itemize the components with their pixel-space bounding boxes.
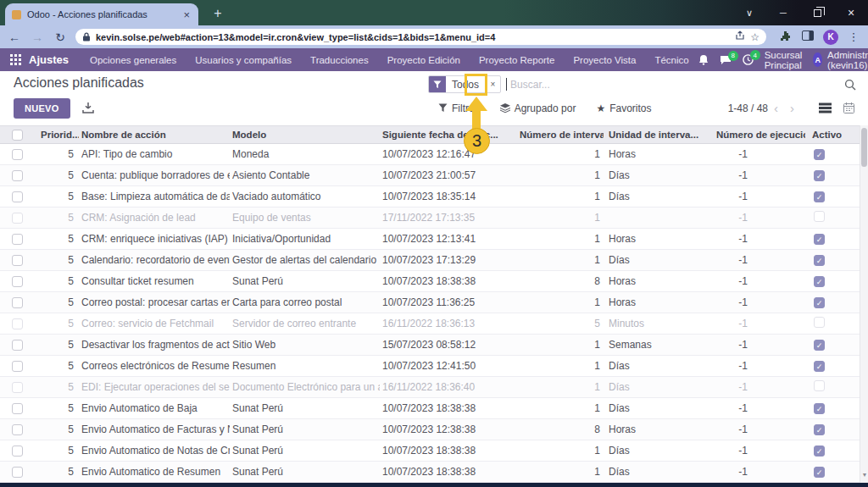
active-checkbox[interactable]: ✓ [814, 191, 825, 202]
row-checkbox[interactable] [12, 213, 23, 224]
table-row[interactable]: 5 EDI: Ejecutar operaciones del servicio… [0, 377, 860, 398]
company-switcher[interactable]: Sucursal Principal [765, 50, 803, 70]
table-row[interactable]: 5 Desactivar los fragmentos de activos .… [0, 335, 860, 356]
active-checkbox[interactable]: ✓ [814, 234, 825, 245]
browser-profile-avatar[interactable]: K [823, 30, 838, 45]
active-checkbox[interactable]: ✓ [814, 149, 825, 160]
scrollbar-down-icon[interactable]: ▼ [860, 472, 868, 478]
scrollbar-thumb[interactable] [861, 128, 867, 167]
table-row[interactable]: 5 Calendario: recordatorio de evento Ges… [0, 250, 860, 271]
active-checkbox[interactable]: ✓ [814, 276, 825, 287]
table-row[interactable]: 5 CRM: enriquece iniciativas (IAP) Inici… [0, 229, 860, 250]
menu-item[interactable]: Proyecto Vista [564, 55, 645, 65]
new-tab-button[interactable]: + [208, 4, 228, 23]
row-checkbox[interactable] [12, 361, 23, 372]
active-checkbox[interactable] [814, 380, 825, 391]
column-header[interactable]: Número de ejecucion... [710, 130, 805, 140]
table-row[interactable]: 5 Correo: servicio de Fetchmail Servidor… [0, 313, 860, 335]
menu-item[interactable]: Técnico [645, 55, 698, 65]
row-checkbox[interactable] [12, 424, 23, 435]
tab-search-icon[interactable]: ∨ [732, 0, 766, 25]
row-checkbox[interactable] [12, 403, 23, 414]
search-icon[interactable] [844, 79, 856, 91]
table-scrollbar[interactable]: ▼ [860, 125, 868, 483]
side-panel-icon[interactable] [800, 30, 815, 43]
table-row[interactable]: 5 Consultar ticket resumen Sunat Perú 10… [0, 271, 860, 292]
row-checkbox[interactable] [12, 191, 23, 202]
extensions-icon[interactable] [777, 30, 793, 44]
menu-item[interactable]: Usuarios y compañías [186, 55, 301, 65]
favorites-button[interactable]: ★ Favoritos [596, 102, 651, 114]
row-checkbox[interactable] [12, 382, 23, 393]
row-checkbox[interactable] [12, 318, 23, 329]
column-header[interactable]: Activo [805, 130, 860, 140]
close-window-icon[interactable]: × [834, 0, 868, 25]
row-checkbox[interactable] [12, 149, 23, 160]
active-checkbox[interactable]: ✓ [814, 361, 825, 372]
row-checkbox[interactable] [12, 276, 23, 287]
active-checkbox[interactable]: ✓ [814, 297, 825, 308]
active-checkbox[interactable]: ✓ [814, 255, 825, 266]
active-checkbox[interactable]: ✓ [814, 467, 825, 478]
menu-item[interactable]: Traducciones [301, 55, 378, 65]
table-row[interactable]: 5 Base: Limpieza automática de datos i..… [0, 186, 860, 208]
app-name[interactable]: Ajustes [29, 53, 69, 66]
group-by-button[interactable]: Agrupado por [500, 102, 576, 114]
table-row[interactable]: 5 Envio Automatico de Baja Sunat Perú 10… [0, 398, 860, 419]
active-checkbox[interactable]: ✓ [814, 424, 825, 435]
share-icon[interactable] [735, 30, 745, 43]
restore-icon[interactable] [800, 0, 834, 25]
apps-grid-icon[interactable] [10, 54, 21, 65]
table-row[interactable]: 5 Correo postal: procesar cartas en la c… [0, 292, 860, 313]
table-row[interactable]: 5 Correos electrónicos de Resumen Resume… [0, 356, 860, 377]
messages-icon[interactable]: 8 [720, 55, 732, 65]
export-icon[interactable] [82, 102, 94, 113]
back-icon[interactable]: ← [7, 30, 22, 44]
browser-tab[interactable]: Odoo - Acciones planificadas × [5, 3, 198, 25]
search-input[interactable]: Buscar... [510, 79, 844, 91]
bell-icon[interactable] [698, 54, 709, 65]
column-header[interactable]: Unidad de interva... [604, 130, 710, 140]
active-checkbox[interactable] [814, 317, 825, 328]
search-bar[interactable]: Todos × Buscar... [428, 75, 858, 94]
url-bar[interactable]: kevin.solse.pe/web#action=13&model=ir.cr… [75, 29, 766, 45]
pager-previous-icon[interactable]: ‹ [768, 101, 784, 115]
table-row[interactable]: 5 Envio Automatico de Resumen Sunat Perú… [0, 462, 860, 483]
active-checkbox[interactable]: ✓ [814, 170, 825, 181]
select-all-checkbox[interactable] [0, 130, 34, 141]
new-button[interactable]: NUEVO [14, 98, 70, 119]
row-checkbox[interactable] [12, 445, 23, 457]
column-header[interactable]: Número de intervalos [517, 130, 604, 140]
bookmark-star-icon[interactable]: ☆ [750, 31, 760, 43]
pager-next-icon[interactable]: › [784, 101, 800, 115]
active-checkbox[interactable]: ✓ [814, 340, 825, 351]
active-checkbox[interactable]: ✓ [814, 403, 825, 414]
minimize-icon[interactable]: ─ [766, 0, 800, 25]
table-row[interactable]: 5 API: Tipo de cambio Moneda 10/07/2023 … [0, 144, 860, 165]
row-checkbox[interactable] [12, 340, 23, 351]
browser-menu-kebab-icon[interactable]: ⋮ [846, 30, 861, 43]
tab-close-icon[interactable]: × [181, 9, 192, 20]
column-header[interactable]: Modelo [230, 130, 380, 140]
user-menu[interactable]: A Administrator (kevin16) [813, 50, 868, 70]
menu-item[interactable]: Opciones generales [81, 55, 186, 65]
menu-item[interactable]: Proyecto Edición [378, 55, 470, 65]
table-row[interactable]: 5 Envio Automatico de Facturas y Notas..… [0, 419, 860, 440]
menu-item[interactable]: Proyecto Reporte [470, 55, 565, 65]
row-checkbox[interactable] [12, 297, 23, 308]
table-row[interactable]: 5 Cuenta: publique borradores de entra..… [0, 165, 860, 186]
row-checkbox[interactable] [12, 255, 23, 266]
row-checkbox[interactable] [12, 170, 23, 181]
row-checkbox[interactable] [12, 234, 23, 245]
column-header[interactable]: Nombre de acción [79, 130, 230, 140]
active-checkbox[interactable] [814, 211, 825, 222]
activities-clock-icon[interactable]: 4 [743, 54, 754, 65]
table-row[interactable]: 5 CRM: Asignación de lead Equipo de vent… [0, 208, 860, 229]
active-checkbox[interactable]: ✓ [814, 445, 825, 457]
reload-icon[interactable]: ↻ [53, 30, 68, 44]
forward-icon[interactable]: → [30, 30, 45, 44]
row-checkbox[interactable] [12, 467, 23, 478]
column-header[interactable]: Priorid... [34, 130, 79, 140]
calendar-view-icon[interactable] [843, 102, 854, 113]
list-view-icon[interactable] [819, 102, 832, 113]
